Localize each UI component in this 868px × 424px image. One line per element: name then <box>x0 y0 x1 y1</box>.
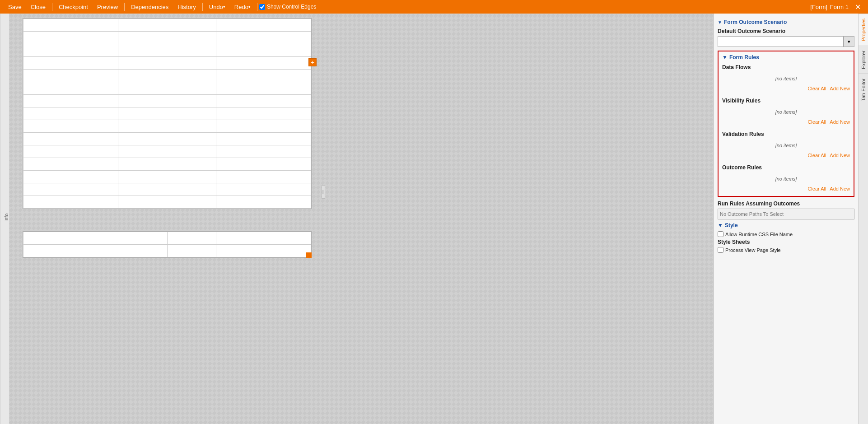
toolbar: Save Close Checkpoint Preview Dependenci… <box>0 0 868 14</box>
form-table-bottom <box>23 231 312 258</box>
right-panel-content: ▼ Form Outcome Scenario Default Outcome … <box>714 14 858 424</box>
process-view-page-row: Process View Page Style <box>718 247 854 253</box>
form-rules-header: ▼ Form Rules <box>719 51 854 62</box>
no-outcome-input <box>718 209 854 219</box>
data-flows-label: Data Flows <box>722 64 850 70</box>
visibility-rules-clear-all[interactable]: Clear All <box>807 119 826 125</box>
form-rules-label: Form Rules <box>729 54 759 61</box>
allow-runtime-css-label: Allow Runtime CSS File Name <box>725 232 793 237</box>
visibility-rules-no-items: [no items] <box>722 106 850 118</box>
save-button[interactable]: Save <box>4 0 26 14</box>
table-row <box>23 196 311 209</box>
outcome-scenario-arrow: ▼ <box>718 20 722 25</box>
validation-rules-section: Validation Rules [no items] Clear All Ad… <box>719 129 854 163</box>
outcome-rules-clear-all[interactable]: Clear All <box>807 186 826 191</box>
dependencies-button[interactable]: Dependencies <box>126 0 173 14</box>
default-outcome-label: Default Outcome Scenario <box>718 28 854 34</box>
table-row <box>23 57 311 70</box>
show-control-edges-checkbox[interactable] <box>259 4 265 10</box>
left-info-strip: Info <box>0 14 9 424</box>
visibility-rules-label: Visibility Rules <box>722 98 850 104</box>
redo-dropdown-arrow: ▾ <box>248 5 251 9</box>
form-rules-arrow: ▼ <box>722 54 728 61</box>
tab-explorer[interactable]: Explorer <box>859 46 868 74</box>
visibility-rules-add-new[interactable]: Add New <box>830 119 850 125</box>
window-close-button[interactable]: ✕ <box>851 3 864 11</box>
allow-runtime-css-row: Allow Runtime CSS File Name <box>718 231 854 237</box>
form-bracket: [Form] <box>810 4 827 10</box>
form-table-bottom-inner <box>23 232 311 257</box>
table-row <box>23 32 311 44</box>
outcome-scenario-section: ▼ Form Outcome Scenario <box>718 19 854 25</box>
redo-button[interactable]: Redo ▾ <box>230 0 255 14</box>
table-row <box>23 82 311 95</box>
right-tabs: Properties Explorer Tab Editor <box>858 14 868 424</box>
form-table-wrapper: + <box>23 18 312 209</box>
validation-rules-no-items: [no items] <box>722 139 850 152</box>
visibility-rules-actions: Clear All Add New <box>722 118 850 127</box>
undo-button[interactable]: Undo ▾ <box>205 0 230 14</box>
validation-rules-clear-all[interactable]: Clear All <box>807 153 826 158</box>
process-view-page-label: Process View Page Style <box>725 247 781 253</box>
style-sheets-label: Style Sheets <box>718 239 854 245</box>
form-name: Form 1 <box>830 4 849 10</box>
outcome-rules-no-items: [no items] <box>722 172 850 185</box>
tab-properties[interactable]: Properties <box>859 14 868 46</box>
default-outcome-dropdown-btn[interactable]: ▾ <box>844 36 854 47</box>
table-row <box>23 95 311 107</box>
table-row <box>23 245 311 257</box>
separator-1 <box>52 3 52 11</box>
data-flows-add-new[interactable]: Add New <box>830 86 850 91</box>
vertical-divider-handle[interactable]: || <box>322 185 325 199</box>
show-control-edges-text: Show Control Edges <box>267 4 316 10</box>
table-row <box>23 158 311 171</box>
tab-tab-editor[interactable]: Tab Editor <box>859 74 868 106</box>
style-label: Style <box>725 222 738 228</box>
process-view-page-checkbox[interactable] <box>718 247 723 253</box>
checkpoint-button[interactable]: Checkpoint <box>54 0 93 14</box>
visibility-rules-section: Visibility Rules [no items] Clear All Ad… <box>719 96 854 129</box>
main-layout: Info <box>0 14 868 424</box>
default-outcome-input[interactable] <box>718 36 844 47</box>
resize-handle[interactable] <box>306 252 312 258</box>
add-row-icon[interactable]: + <box>308 58 317 66</box>
preview-button[interactable]: Preview <box>93 0 122 14</box>
undo-label: Undo <box>209 4 223 10</box>
history-button[interactable]: History <box>173 0 200 14</box>
info-label: Info <box>4 213 9 221</box>
run-rules-section: Run Rules Assuming Outcomes <box>718 200 854 219</box>
table-row <box>23 19 311 32</box>
canvas-area[interactable]: + || <box>9 14 714 424</box>
validation-rules-add-new[interactable]: Add New <box>830 153 850 158</box>
data-flows-clear-all[interactable]: Clear All <box>807 86 826 91</box>
outcome-rules-add-new[interactable]: Add New <box>830 186 850 191</box>
style-arrow: ▼ <box>718 222 723 228</box>
outcome-rules-section: Outcome Rules [no items] Clear All Add N… <box>719 163 854 196</box>
table-row <box>23 44 311 57</box>
table-row <box>23 232 311 245</box>
toolbar-right: [Form] Form 1 ✕ <box>810 3 864 11</box>
separator-4 <box>257 3 257 11</box>
table-row <box>23 145 311 158</box>
form-rules-box: ▼ Form Rules Data Flows [no items] Clear… <box>718 51 854 197</box>
separator-3 <box>202 3 203 11</box>
table-row <box>23 133 311 145</box>
close-button[interactable]: Close <box>26 0 50 14</box>
style-section: ▼ Style Allow Runtime CSS File Name Styl… <box>718 222 854 253</box>
run-rules-label: Run Rules Assuming Outcomes <box>718 200 854 207</box>
style-header: ▼ Style <box>718 222 854 228</box>
separator-2 <box>124 3 125 11</box>
outcome-scenario-label: Form Outcome Scenario <box>724 19 787 25</box>
right-panel: ▼ Form Outcome Scenario Default Outcome … <box>714 14 858 424</box>
table-row <box>23 70 311 82</box>
validation-rules-actions: Clear All Add New <box>722 152 850 161</box>
undo-dropdown-arrow: ▾ <box>223 5 225 9</box>
allow-runtime-css-checkbox[interactable] <box>718 231 723 237</box>
data-flows-actions: Clear All Add New <box>722 85 850 94</box>
data-flows-section: Data Flows [no items] Clear All Add New <box>719 62 854 96</box>
form-table <box>23 19 311 209</box>
default-outcome-dropdown-row: ▾ <box>718 36 854 47</box>
show-control-edges-label[interactable]: Show Control Edges <box>259 4 316 10</box>
outcome-rules-actions: Clear All Add New <box>722 185 850 194</box>
table-row <box>23 107 311 120</box>
